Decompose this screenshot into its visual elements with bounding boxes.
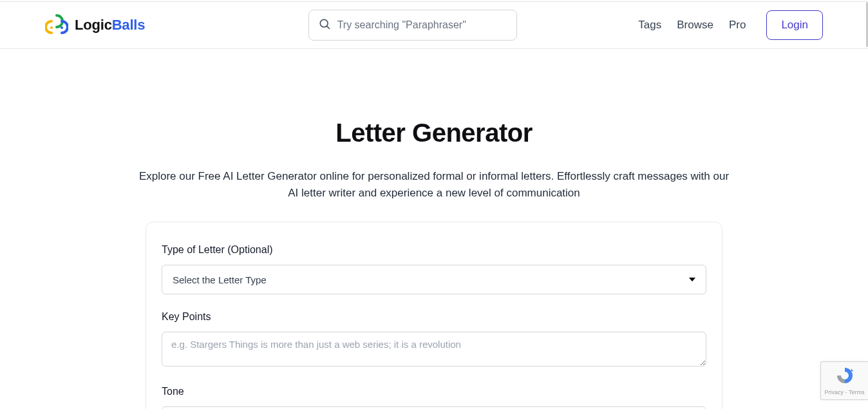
form-group-keypoints: Key Points (162, 311, 706, 369)
nav-browse[interactable]: Browse (677, 19, 713, 32)
label-type-of-letter: Type of Letter (Optional) (162, 244, 706, 256)
logo-icon (45, 14, 68, 37)
logo-text-part2: Balls (112, 17, 146, 33)
main: Letter Generator Explore our Free AI Let… (0, 49, 868, 409)
recaptcha-icon (835, 366, 854, 388)
textarea-key-points[interactable] (162, 332, 706, 366)
label-tone: Tone (162, 386, 706, 397)
recaptcha-terms-link[interactable]: Terms (849, 389, 865, 395)
search-input[interactable] (337, 19, 507, 31)
login-button[interactable]: Login (766, 10, 823, 40)
recaptcha-sep: - (844, 389, 849, 395)
header: LogicBalls Tags Browse Pro Login (0, 2, 868, 49)
svg-point-1 (61, 26, 63, 29)
svg-line-3 (327, 26, 330, 29)
recaptcha-links: Privacy - Terms (825, 389, 865, 395)
search-container (187, 10, 638, 41)
label-key-points: Key Points (162, 311, 706, 323)
search-box[interactable] (308, 10, 517, 41)
recaptcha-privacy-link[interactable]: Privacy (825, 389, 844, 395)
svg-marker-4 (851, 369, 853, 372)
page-subtitle: Explore our Free AI Letter Generator onl… (135, 168, 733, 201)
form-card: Type of Letter (Optional) Select the Let… (146, 222, 722, 409)
chevron-down-icon (689, 278, 695, 281)
form-group-tone: Tone Select the Tone (162, 386, 706, 409)
form-group-type: Type of Letter (Optional) Select the Let… (162, 244, 706, 294)
logo-text-part1: Logic (75, 17, 112, 33)
svg-point-0 (50, 26, 53, 29)
nav-tags[interactable]: Tags (638, 19, 661, 32)
logo-text: LogicBalls (75, 17, 145, 33)
nav-pro[interactable]: Pro (729, 19, 746, 32)
select-letter-type[interactable]: Select the Letter Type (162, 265, 706, 294)
select-tone[interactable]: Select the Tone (162, 406, 706, 409)
page-title: Letter Generator (335, 119, 532, 147)
search-icon (318, 17, 331, 33)
recaptcha-badge[interactable]: Privacy - Terms (820, 361, 868, 400)
select-letter-type-value: Select the Letter Type (173, 274, 267, 285)
nav: Tags Browse Pro Login (638, 10, 823, 40)
logo[interactable]: LogicBalls (45, 14, 187, 37)
svg-point-2 (320, 19, 328, 27)
